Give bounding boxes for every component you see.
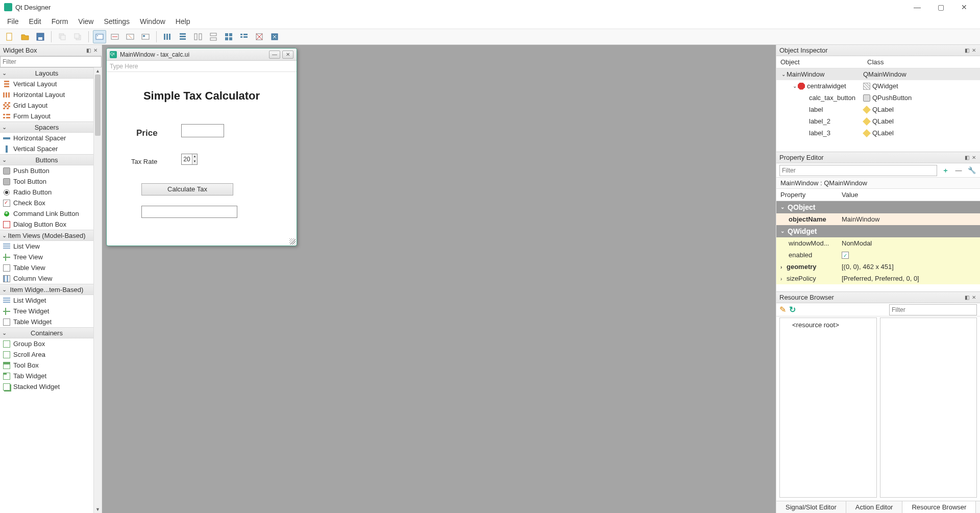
reload-icon[interactable]: ↻ [789, 305, 796, 314]
settings-icon[interactable]: 🔧 [967, 165, 977, 176]
tool-new-icon[interactable] [3, 30, 16, 43]
widget-item[interactable]: Tool Button [0, 176, 93, 187]
object-tree-row[interactable]: calc_tax_buttonQPushButton [776, 92, 980, 104]
property-group-header[interactable]: ⌄QObject [776, 201, 980, 213]
widget-box-list[interactable]: ⌄LayoutsVertical LayoutHorizontal Layout… [0, 67, 93, 513]
form-body[interactable]: Simple Tax Calculator Price Tax Rate 20 … [107, 72, 297, 246]
widget-item[interactable]: Radio Button [0, 187, 93, 198]
result-output[interactable] [141, 206, 237, 218]
tool-layout-vsplit-icon[interactable] [207, 30, 220, 43]
property-row[interactable]: ›geometry[(0, 0), 462 x 451] [776, 261, 980, 273]
col-value[interactable]: Value [838, 189, 862, 201]
tool-editsignals-icon[interactable] [108, 30, 121, 43]
close-panel-icon[interactable]: ✕ [971, 155, 977, 161]
widget-box-scrollbar[interactable]: ▲ ▼ [93, 67, 102, 513]
object-tree-row[interactable]: ⌄centralwidgetQWidget [776, 80, 980, 92]
widget-item[interactable]: Table Widget [0, 316, 93, 327]
widget-item[interactable]: List View [0, 241, 93, 252]
add-property-icon[interactable]: ＋ [940, 165, 950, 176]
widget-item[interactable]: Scroll Area [0, 349, 93, 360]
tool-open-icon[interactable] [18, 30, 32, 43]
float-icon[interactable]: ◧ [964, 47, 970, 54]
tool-layout-hsplit-icon[interactable] [191, 30, 205, 43]
scroll-thumb[interactable] [95, 75, 101, 136]
tax-rate-spinbox[interactable]: 20 ▲ ▼ [181, 154, 198, 165]
tool-save-icon[interactable] [34, 30, 47, 43]
widget-item[interactable]: Tree View [0, 252, 93, 262]
tab-resource-browser[interactable]: Resource Browser [902, 501, 976, 513]
object-tree-row[interactable]: ⌄MainWindowQMainWindow [776, 68, 980, 80]
widget-item[interactable]: Command Link Button [0, 208, 93, 219]
price-label[interactable]: Price [136, 128, 158, 138]
window-minimize-button[interactable]: — [905, 0, 929, 14]
property-group-header[interactable]: ⌄QWidget [776, 225, 980, 237]
widget-item[interactable]: Vertical Spacer [0, 143, 93, 154]
form-close-button[interactable]: ✕ [282, 51, 293, 59]
widget-item[interactable]: Tab Widget [0, 371, 93, 381]
tool-layout-h-icon[interactable] [161, 30, 174, 43]
widget-group-header[interactable]: ⌄Containers [0, 327, 93, 338]
spin-up-icon[interactable]: ▲ [192, 154, 197, 159]
widget-item[interactable]: Group Box [0, 338, 93, 349]
close-panel-icon[interactable]: ✕ [92, 47, 99, 54]
tab-signal-slot-editor[interactable]: Signal/Slot Editor [776, 501, 846, 513]
widget-item[interactable]: Tree Widget [0, 306, 93, 316]
tool-editbuddies-icon[interactable] [124, 30, 137, 43]
object-inspector-tree[interactable]: ⌄MainWindowQMainWindow⌄centralwidgetQWid… [776, 68, 980, 152]
tool-editwidgets-icon[interactable] [93, 30, 106, 43]
close-panel-icon[interactable]: ✕ [971, 295, 977, 301]
form-menubar[interactable]: Type Here [107, 61, 297, 72]
property-row[interactable]: enabled✓ [776, 249, 980, 261]
tool-bringfront-icon[interactable] [71, 30, 84, 43]
menu-window[interactable]: Window [135, 15, 170, 28]
property-filter-input[interactable] [779, 165, 937, 176]
window-close-button[interactable]: ✕ [952, 0, 976, 14]
tool-layout-grid-icon[interactable] [222, 30, 235, 43]
col-class[interactable]: Class [863, 56, 888, 68]
widget-item[interactable]: Column View [0, 273, 93, 284]
menu-file[interactable]: File [2, 15, 24, 28]
tax-rate-label[interactable]: Tax Rate [131, 158, 157, 165]
widget-group-header[interactable]: ⌄Item Widge...tem-Based) [0, 284, 93, 295]
price-input[interactable] [181, 124, 224, 137]
resource-root-item[interactable]: <resource root> [780, 318, 876, 332]
object-tree-row[interactable]: labelQLabel [776, 104, 980, 115]
widget-item[interactable]: Horizontal Spacer [0, 133, 93, 143]
menu-view[interactable]: View [73, 15, 99, 28]
form-window[interactable]: MainWindow - tax_calc.ui — ✕ Type Here S… [106, 48, 297, 246]
resource-preview-pane[interactable] [880, 317, 977, 498]
widget-group-header[interactable]: ⌄Buttons [0, 154, 93, 165]
object-tree-row[interactable]: label_3QLabel [776, 127, 980, 139]
menu-edit[interactable]: Edit [24, 15, 46, 28]
widget-item[interactable]: Stacked Widget [0, 381, 93, 392]
widget-item[interactable]: Form Layout [0, 111, 93, 121]
widget-group-header[interactable]: ⌄Item Views (Model-Based) [0, 230, 93, 241]
type-here-placeholder[interactable]: Type Here [110, 63, 138, 70]
scroll-down-icon[interactable]: ▼ [94, 506, 102, 513]
widget-box-filter-input[interactable] [0, 56, 102, 67]
menu-help[interactable]: Help [170, 15, 195, 28]
tool-sendback-icon[interactable] [56, 30, 69, 43]
property-row[interactable]: windowMod...NonModal [776, 237, 980, 249]
tab-action-editor[interactable]: Action Editor [846, 501, 903, 513]
tool-adjust-size-icon[interactable] [268, 30, 281, 43]
tool-layout-form-icon[interactable] [237, 30, 251, 43]
checkbox-checked-icon[interactable]: ✓ [842, 252, 849, 259]
widget-item[interactable]: Horizontal Layout [0, 89, 93, 100]
menu-settings[interactable]: Settings [99, 15, 135, 28]
form-titlebar[interactable]: MainWindow - tax_calc.ui — ✕ [107, 48, 297, 61]
widget-group-header[interactable]: ⌄Layouts [0, 67, 93, 79]
widget-item[interactable]: Table View [0, 262, 93, 273]
property-list[interactable]: ⌄QObjectobjectNameMainWindow⌄QWidgetwind… [776, 201, 980, 291]
remove-property-icon[interactable]: — [953, 165, 964, 176]
spin-down-icon[interactable]: ▼ [192, 159, 197, 164]
edit-resource-icon[interactable]: ✎ [779, 305, 786, 314]
widget-item[interactable]: Tool Box [0, 360, 93, 371]
col-property[interactable]: Property [776, 189, 838, 201]
tool-edittaborder-icon[interactable] [139, 30, 152, 43]
tool-layout-v-icon[interactable] [176, 30, 189, 43]
widget-item[interactable]: Push Button [0, 165, 93, 176]
resource-filter-input[interactable] [889, 304, 977, 315]
float-icon[interactable]: ◧ [964, 295, 970, 301]
property-row[interactable]: objectNameMainWindow [776, 213, 980, 225]
